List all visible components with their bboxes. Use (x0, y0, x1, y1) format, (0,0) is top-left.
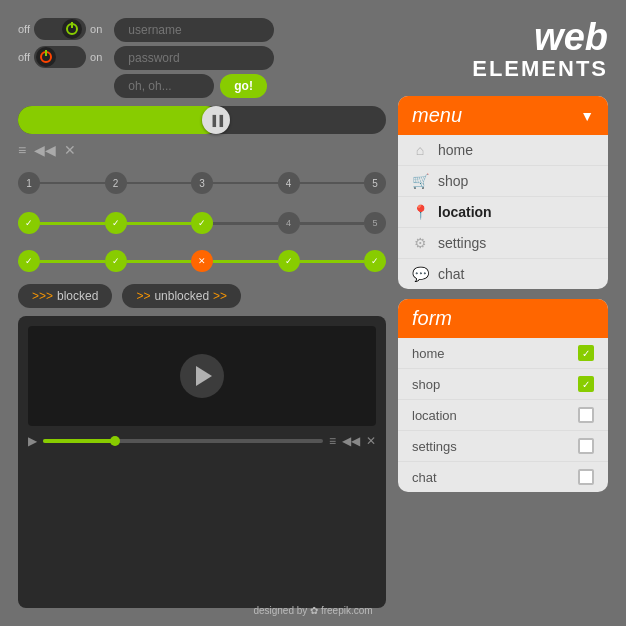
menu-home-label: home (438, 142, 473, 158)
step-5: 5 (364, 172, 386, 194)
video-progress-fill (43, 439, 113, 443)
blocked-label: blocked (57, 289, 98, 303)
menu-item-shop[interactable]: 🛒 shop (398, 166, 608, 197)
settings-icon: ⚙ (412, 235, 428, 251)
form-item-location: location (398, 400, 608, 431)
blocked-arrows: >>> (32, 289, 53, 303)
pstep2-5: ✓ (364, 250, 386, 272)
toggle-knob-1 (62, 19, 82, 39)
submit-row: go! (114, 74, 274, 98)
form-location-checkbox[interactable] (578, 407, 594, 423)
menu-shop-label: shop (438, 173, 468, 189)
pstep-line-3 (213, 222, 278, 225)
password-input[interactable] (114, 46, 274, 70)
pstep2-4: ✓ (278, 250, 300, 272)
shop-icon: 🛒 (412, 173, 428, 189)
step-line-2 (127, 182, 192, 184)
menu-settings-label: settings (438, 235, 486, 251)
blocked-button[interactable]: >>> blocked (18, 284, 112, 308)
step-line-3 (213, 182, 278, 184)
toggle-off-group: off on (18, 46, 102, 68)
volume-ctrl-icon[interactable]: ◀◀ (34, 142, 56, 158)
power-icon-2 (40, 51, 52, 63)
pstep-line-2 (127, 222, 192, 225)
video-volume-icon[interactable]: ◀◀ (342, 434, 360, 448)
pstep2-line-1 (40, 260, 105, 263)
form-header: form (398, 299, 608, 338)
toggle-on-group: off on (18, 18, 102, 40)
pstep-4: 4 (278, 212, 300, 234)
pstep2-line-3 (213, 260, 278, 263)
footer-designed-by: designed by (253, 605, 307, 616)
form-home-label: home (412, 346, 445, 361)
home-icon: ⌂ (412, 142, 428, 158)
menu-dropdown-icon[interactable]: ▼ (580, 108, 594, 124)
video-play-icon[interactable]: ▶ (28, 434, 37, 448)
form-item-shop: shop (398, 369, 608, 400)
step-line-4 (300, 182, 365, 184)
step-line-1 (40, 182, 105, 184)
progress-fill (18, 106, 220, 134)
form-settings-label: settings (412, 439, 457, 454)
video-controls: ▶ ≡ ◀◀ ✕ (28, 434, 376, 448)
step-indicators: 1 2 3 4 5 (18, 166, 386, 200)
video-progress-dot (110, 436, 120, 446)
location-icon: 📍 (412, 204, 428, 220)
video-menu-icon[interactable]: ≡ (329, 434, 336, 448)
menu-item-chat[interactable]: 💬 chat (398, 259, 608, 289)
play-button[interactable] (180, 354, 224, 398)
form-item-home: home (398, 338, 608, 369)
pstep-3: ✓ (191, 212, 213, 234)
menu-icon[interactable]: ≡ (18, 142, 26, 158)
form-item-chat: chat (398, 462, 608, 492)
video-progress-bar[interactable] (43, 439, 323, 443)
pstep-1: ✓ (18, 212, 40, 234)
toggle-switch-2[interactable] (34, 46, 86, 68)
volume-icon: ▐▐ (209, 115, 223, 126)
go-button[interactable]: go! (220, 74, 267, 98)
step-4: 4 (278, 172, 300, 194)
toggle2-on-label: on (90, 51, 102, 63)
footer: designed by ✿ freepik.com (0, 605, 626, 616)
unblocked-arrows: >> (136, 289, 150, 303)
toggle-off-label: off (18, 23, 30, 35)
menu-location-label: location (438, 204, 492, 220)
text-input[interactable] (114, 74, 214, 98)
pstep2-line-2 (127, 260, 192, 263)
pstep-2: ✓ (105, 212, 127, 234)
pstep2-3-error: ✕ (191, 250, 213, 272)
video-screen (28, 326, 376, 426)
step-3: 3 (191, 172, 213, 194)
toggle-switch-1[interactable] (34, 18, 86, 40)
menu-widget: menu ▼ ⌂ home 🛒 shop 📍 location ⚙ settin… (398, 96, 608, 289)
close-ctrl-icon[interactable]: ✕ (64, 142, 76, 158)
menu-item-settings[interactable]: ⚙ settings (398, 228, 608, 259)
form-widget: form home shop location settings (398, 299, 608, 492)
footer-brand: ✿ freepik.com (310, 605, 372, 616)
menu-item-location[interactable]: 📍 location (398, 197, 608, 228)
video-close-icon[interactable]: ✕ (366, 434, 376, 448)
pstep2-line-4 (300, 260, 365, 263)
unblocked-button[interactable]: >> unblocked << (122, 284, 241, 308)
form-chat-checkbox[interactable] (578, 469, 594, 485)
elements-title: ELEMENTS (398, 56, 608, 82)
form-title: form (412, 307, 452, 329)
pstep2-1: ✓ (18, 250, 40, 272)
form-home-checkbox[interactable] (578, 345, 594, 361)
progress-knob: ▐▐ (202, 106, 230, 134)
menu-header: menu ▼ (398, 96, 608, 135)
menu-item-home[interactable]: ⌂ home (398, 135, 608, 166)
progress-steps-1: ✓ ✓ ✓ 4 5 (18, 208, 386, 238)
progress-bar[interactable]: ▐▐ (18, 106, 386, 134)
username-input[interactable] (114, 18, 274, 42)
unblocked-label: unblocked (154, 289, 209, 303)
form-settings-checkbox[interactable] (578, 438, 594, 454)
form-chat-label: chat (412, 470, 437, 485)
toggle-knob-2 (36, 47, 56, 67)
form-shop-checkbox[interactable] (578, 376, 594, 392)
toggle2-off-label: off (18, 51, 30, 63)
form-shop-label: shop (412, 377, 440, 392)
step-2: 2 (105, 172, 127, 194)
form-location-label: location (412, 408, 457, 423)
form-item-settings: settings (398, 431, 608, 462)
